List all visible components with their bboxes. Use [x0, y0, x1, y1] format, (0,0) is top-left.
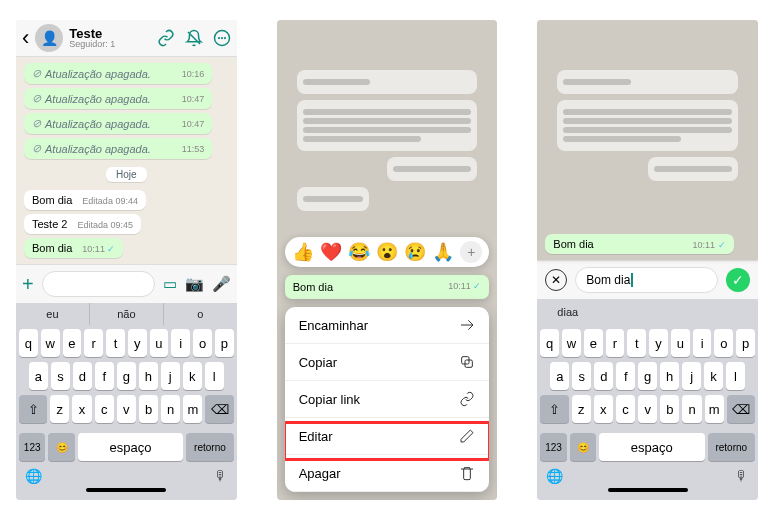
reaction-thumbs-up[interactable]: 👍	[292, 241, 314, 263]
back-icon[interactable]: ‹	[22, 25, 29, 51]
bell-off-icon[interactable]	[185, 29, 203, 47]
message-input[interactable]	[42, 271, 155, 297]
key-d[interactable]: d	[73, 362, 92, 390]
key-k[interactable]: k	[183, 362, 202, 390]
key-j[interactable]: j	[682, 362, 701, 390]
key-v[interactable]: v	[638, 395, 657, 423]
reaction-wow[interactable]: 😮	[376, 241, 398, 263]
cancel-edit-button[interactable]: ✕	[545, 269, 567, 291]
key-q[interactable]: q	[540, 329, 559, 357]
more-icon[interactable]	[213, 29, 231, 47]
reaction-pray[interactable]: 🙏	[432, 241, 454, 263]
key-m[interactable]: m	[705, 395, 724, 423]
suggestion[interactable]: diaa	[537, 299, 598, 325]
key-w[interactable]: w	[562, 329, 581, 357]
key-u[interactable]: u	[150, 329, 169, 357]
message-in[interactable]: Teste 2Editada 09:45	[24, 214, 141, 234]
shift-key[interactable]: ⇧	[540, 395, 568, 423]
shift-key[interactable]: ⇧	[19, 395, 47, 423]
key-g[interactable]: g	[117, 362, 136, 390]
key-f[interactable]: f	[95, 362, 114, 390]
edit-input[interactable]: Bom dia	[575, 267, 718, 293]
key-p[interactable]: p	[215, 329, 234, 357]
num-key[interactable]: 123	[540, 433, 566, 461]
globe-icon[interactable]: 🌐	[25, 468, 42, 484]
key-w[interactable]: w	[41, 329, 60, 357]
key-h[interactable]: h	[139, 362, 158, 390]
key-r[interactable]: r	[606, 329, 625, 357]
avatar[interactable]: 👤	[35, 24, 63, 52]
backspace-key[interactable]: ⌫	[727, 395, 755, 423]
reaction-laugh[interactable]: 😂	[348, 241, 370, 263]
key-l[interactable]: l	[205, 362, 224, 390]
message-out[interactable]: Bom dia10:11✓	[24, 238, 123, 258]
key-o[interactable]: o	[714, 329, 733, 357]
chat-messages[interactable]: ⊘Atualização apagada.10:16 ⊘Atualização …	[16, 57, 237, 264]
menu-copy[interactable]: Copiar	[285, 344, 490, 381]
menu-forward[interactable]: Encaminhar	[285, 307, 490, 344]
key-f[interactable]: f	[616, 362, 635, 390]
key-q[interactable]: q	[19, 329, 38, 357]
key-m[interactable]: m	[183, 395, 202, 423]
attach-icon[interactable]: +	[22, 273, 34, 296]
key-r[interactable]: r	[84, 329, 103, 357]
suggestion[interactable]: eu	[16, 303, 90, 325]
key-e[interactable]: e	[584, 329, 603, 357]
reaction-heart[interactable]: ❤️	[320, 241, 342, 263]
message-in[interactable]: Bom diaEditada 09:44	[24, 190, 146, 210]
mic-icon[interactable]: 🎤	[212, 275, 231, 293]
key-p[interactable]: p	[736, 329, 755, 357]
key-z[interactable]: z	[50, 395, 69, 423]
key-b[interactable]: b	[660, 395, 679, 423]
confirm-edit-button[interactable]: ✓	[726, 268, 750, 292]
key-a[interactable]: a	[29, 362, 48, 390]
reaction-sad[interactable]: 😢	[404, 241, 426, 263]
key-i[interactable]: i	[171, 329, 190, 357]
emoji-key[interactable]: 😊	[48, 433, 74, 461]
num-key[interactable]: 123	[19, 433, 45, 461]
sticker-icon[interactable]: ▭	[163, 275, 177, 293]
menu-copy-link[interactable]: Copiar link	[285, 381, 490, 418]
key-l[interactable]: l	[726, 362, 745, 390]
chat-title-block[interactable]: Teste Seguidor: 1	[69, 27, 150, 49]
key-i[interactable]: i	[693, 329, 712, 357]
key-y[interactable]: y	[128, 329, 147, 357]
space-key[interactable]: espaço	[599, 433, 704, 461]
space-key[interactable]: espaço	[78, 433, 183, 461]
camera-icon[interactable]: 📷	[185, 275, 204, 293]
key-z[interactable]: z	[572, 395, 591, 423]
key-c[interactable]: c	[616, 395, 635, 423]
key-c[interactable]: c	[95, 395, 114, 423]
key-n[interactable]: n	[682, 395, 701, 423]
key-s[interactable]: s	[51, 362, 70, 390]
key-e[interactable]: e	[63, 329, 82, 357]
key-a[interactable]: a	[550, 362, 569, 390]
key-k[interactable]: k	[704, 362, 723, 390]
reaction-add-icon[interactable]: +	[460, 241, 482, 263]
backspace-key[interactable]: ⌫	[205, 395, 233, 423]
key-y[interactable]: y	[649, 329, 668, 357]
key-t[interactable]: t	[627, 329, 646, 357]
key-u[interactable]: u	[671, 329, 690, 357]
key-b[interactable]: b	[139, 395, 158, 423]
link-icon[interactable]	[157, 29, 175, 47]
key-t[interactable]: t	[106, 329, 125, 357]
return-key[interactable]: retorno	[186, 433, 233, 461]
key-n[interactable]: n	[161, 395, 180, 423]
key-o[interactable]: o	[193, 329, 212, 357]
suggestion[interactable]: não	[90, 303, 164, 325]
dictation-icon[interactable]: 🎙	[735, 468, 749, 484]
key-h[interactable]: h	[660, 362, 679, 390]
globe-icon[interactable]: 🌐	[546, 468, 563, 484]
dictation-icon[interactable]: 🎙	[214, 468, 228, 484]
key-d[interactable]: d	[594, 362, 613, 390]
key-x[interactable]: x	[72, 395, 91, 423]
emoji-key[interactable]: 😊	[570, 433, 596, 461]
key-g[interactable]: g	[638, 362, 657, 390]
suggestion[interactable]: o	[164, 303, 237, 325]
key-v[interactable]: v	[117, 395, 136, 423]
key-j[interactable]: j	[161, 362, 180, 390]
return-key[interactable]: retorno	[708, 433, 755, 461]
key-s[interactable]: s	[572, 362, 591, 390]
key-x[interactable]: x	[594, 395, 613, 423]
